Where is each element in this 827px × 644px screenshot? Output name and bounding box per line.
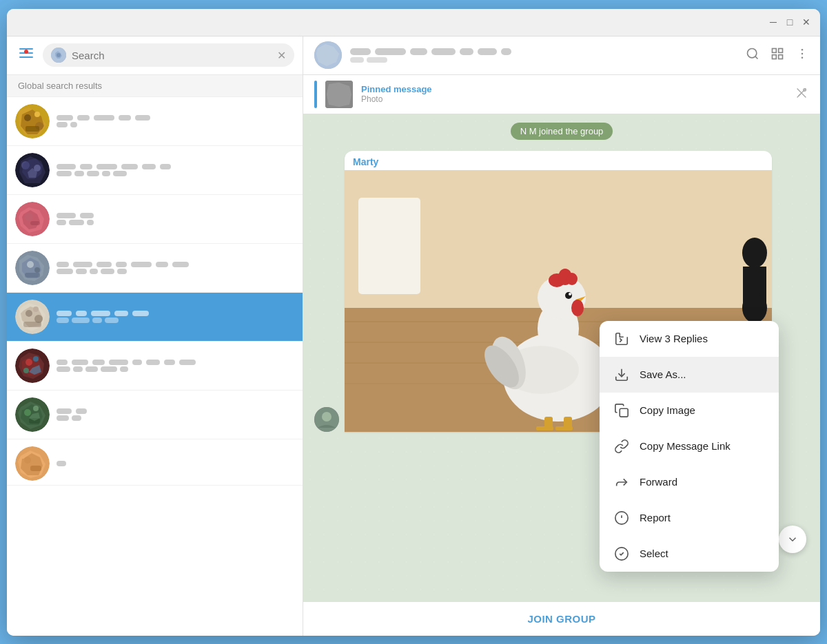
svg-rect-94 [536, 426, 553, 430]
list-item[interactable] [7, 293, 303, 342]
svg-point-5 [24, 114, 31, 121]
layout-button[interactable] [770, 47, 784, 64]
pinned-subtitle: Photo [361, 94, 786, 104]
svg-rect-25 [25, 273, 40, 278]
svg-point-37 [33, 356, 39, 362]
search-item-content [57, 213, 294, 225]
system-message: N M joined the group [303, 114, 820, 148]
svg-point-54 [748, 48, 757, 57]
pinned-thumbnail [325, 81, 353, 108]
select-icon [613, 546, 630, 562]
avatar [15, 251, 50, 285]
forward-label: Forward [640, 476, 677, 488]
svg-point-50 [24, 457, 31, 464]
join-group-button[interactable]: JOIN GROUP [527, 613, 595, 625]
search-results-label: Global search results [7, 75, 303, 97]
svg-rect-56 [773, 48, 777, 52]
svg-rect-97 [620, 408, 628, 417]
svg-line-55 [755, 56, 758, 59]
context-menu-view-replies[interactable]: View 3 Replies [600, 321, 779, 357]
search-item-name [57, 408, 294, 414]
avatar [15, 300, 50, 334]
search-clear-button[interactable]: ✕ [277, 49, 286, 62]
search-item-desc [57, 269, 294, 274]
maximize-button[interactable]: □ [784, 17, 795, 28]
report-icon [613, 510, 630, 526]
chat-header-info [350, 48, 737, 63]
search-item-name [57, 461, 294, 466]
list-item[interactable] [7, 195, 303, 244]
svg-point-18 [25, 213, 33, 221]
search-item-content [57, 115, 294, 127]
menu-button[interactable] [15, 44, 37, 66]
svg-rect-95 [555, 426, 573, 430]
svg-rect-19 [30, 221, 40, 225]
list-item[interactable] [7, 97, 303, 146]
sidebar-header: ✕ [7, 37, 303, 75]
svg-point-29 [25, 310, 32, 317]
system-message-bubble: N M joined the group [511, 123, 613, 140]
select-label: Select [640, 548, 668, 559]
list-item[interactable] [7, 146, 303, 195]
svg-rect-75 [358, 198, 420, 294]
context-menu-copy-link[interactable]: Copy Message Link [600, 428, 779, 464]
svg-point-86 [571, 300, 584, 316]
search-item-desc [57, 122, 294, 127]
svg-point-30 [33, 307, 39, 312]
avatar [15, 349, 50, 383]
pinned-info: Pinned message Photo [361, 84, 786, 104]
svg-point-61 [802, 52, 804, 54]
svg-point-88 [569, 293, 571, 295]
forward-icon [613, 474, 630, 490]
list-item[interactable] [7, 439, 303, 486]
avatar [15, 446, 50, 481]
search-bar[interactable]: ✕ [43, 43, 294, 67]
avatar [15, 397, 50, 432]
search-item-name [57, 311, 294, 316]
list-item[interactable] [7, 391, 303, 439]
search-chat-button[interactable] [746, 47, 759, 64]
pinned-title: Pinned message [361, 84, 786, 94]
menu-line-3 [19, 56, 33, 58]
sidebar: ✕ Global search results [7, 37, 303, 636]
avatar [15, 104, 50, 138]
message-sender: Marty [345, 151, 772, 170]
view-replies-label: View 3 Replies [640, 333, 708, 344]
svg-point-78 [742, 293, 767, 323]
pinned-accent [314, 81, 317, 108]
svg-point-24 [34, 267, 40, 273]
context-menu-report[interactable]: Report [600, 500, 779, 536]
chat-panel: Pinned message Photo N M joined the grou… [303, 37, 820, 636]
chat-header-icons [746, 47, 809, 64]
chat-bottom-bar: JOIN GROUP [303, 601, 820, 636]
svg-point-44 [33, 406, 39, 411]
svg-point-1 [57, 53, 61, 57]
notification-dot [24, 50, 28, 54]
svg-rect-57 [779, 48, 783, 52]
search-list [7, 97, 303, 636]
context-menu-copy-image[interactable]: Copy Image [600, 393, 779, 428]
title-bar-controls: ─ □ ✕ [768, 17, 812, 28]
list-item[interactable] [7, 244, 303, 293]
context-menu-forward[interactable]: Forward [600, 464, 779, 500]
pinned-icon [794, 85, 809, 103]
search-item-desc [57, 171, 294, 176]
scroll-to-bottom-button[interactable] [779, 526, 806, 553]
save-as-label: Save As... [640, 368, 686, 380]
more-options-button[interactable] [795, 47, 809, 64]
svg-point-36 [25, 359, 32, 366]
minimize-button[interactable]: ─ [768, 17, 779, 28]
list-item[interactable] [7, 342, 303, 391]
search-avatar [51, 48, 66, 63]
context-menu-select[interactable]: Select [600, 536, 779, 572]
svg-marker-64 [327, 83, 351, 107]
pinned-message[interactable]: Pinned message Photo [303, 75, 820, 114]
close-button[interactable]: ✕ [801, 17, 812, 28]
chat-background: N M joined the group Marty [303, 114, 820, 601]
search-item-content [57, 311, 294, 323]
search-item-name [57, 115, 294, 121]
search-input[interactable] [72, 50, 272, 61]
context-menu-save-as[interactable]: Save As... [600, 357, 779, 393]
svg-point-39 [23, 368, 29, 373]
svg-point-60 [802, 48, 804, 50]
